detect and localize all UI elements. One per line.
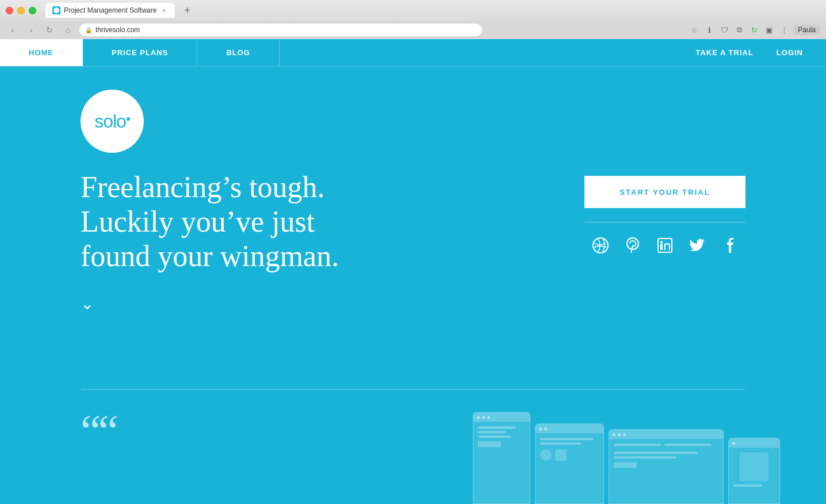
mockup-line bbox=[478, 426, 516, 429]
browser-titlebar: Project Management Software ✕ + bbox=[0, 0, 826, 21]
mockup-line bbox=[614, 452, 698, 454]
mockup-dot bbox=[623, 433, 626, 436]
main-nav: HOME PRICE PLANS BLOG TAKE A TRIAL LOGIN bbox=[0, 39, 826, 67]
mockup-dot bbox=[544, 428, 547, 430]
mockup-dot bbox=[477, 416, 480, 419]
nav-blog[interactable]: BLOG bbox=[197, 39, 280, 66]
traffic-lights bbox=[6, 7, 36, 14]
mockup-content-4 bbox=[729, 448, 779, 494]
lock-icon: 🔒 bbox=[85, 27, 92, 33]
section-divider bbox=[81, 389, 745, 390]
nav-home[interactable]: HOME bbox=[0, 39, 83, 66]
url-text: thrivesolo.com bbox=[95, 26, 140, 34]
fullscreen-button[interactable] bbox=[29, 7, 36, 14]
facebook-icon[interactable] bbox=[720, 236, 739, 255]
twitter-icon[interactable] bbox=[688, 236, 706, 255]
mockup-line bbox=[664, 444, 712, 446]
mockup-window-3 bbox=[609, 429, 724, 504]
mockup-content-2 bbox=[536, 433, 603, 465]
layers-icon[interactable]: ⧉ bbox=[733, 24, 745, 36]
close-button[interactable] bbox=[6, 7, 13, 14]
mockup-dot bbox=[487, 416, 490, 419]
mockup-dot bbox=[618, 433, 621, 436]
mockup-titlebar-3 bbox=[609, 430, 723, 439]
mockup-circle bbox=[540, 449, 552, 461]
logo-text: solo bbox=[94, 111, 130, 132]
tab-close-button[interactable]: ✕ bbox=[160, 6, 168, 14]
website: HOME PRICE PLANS BLOG TAKE A TRIAL LOGIN… bbox=[0, 39, 826, 504]
mockup-line bbox=[478, 431, 506, 433]
mockup-dot bbox=[613, 433, 615, 436]
bottom-section: ““ bbox=[0, 389, 826, 504]
address-bar[interactable]: 🔒 thrivesolo.com bbox=[79, 24, 482, 36]
hero-content: Freelancing’s tough.Luckily you’ve justf… bbox=[81, 170, 745, 312]
refresh-button[interactable]: ↻ bbox=[43, 23, 56, 37]
start-trial-button[interactable]: START YOUR TRIAL bbox=[584, 176, 745, 208]
app-preview bbox=[473, 412, 780, 504]
mockup-line bbox=[733, 484, 762, 487]
mockup-image bbox=[740, 452, 768, 481]
mockup-titlebar-2 bbox=[536, 424, 603, 433]
mockup-titlebar-1 bbox=[473, 413, 530, 422]
mockup-btn bbox=[478, 441, 501, 447]
back-button[interactable]: ‹ bbox=[6, 23, 20, 37]
minimize-button[interactable] bbox=[17, 7, 25, 14]
cast-icon[interactable]: ▣ bbox=[763, 24, 775, 36]
forward-button[interactable]: › bbox=[24, 23, 38, 37]
mockup-content-1 bbox=[473, 422, 530, 452]
browser-tab[interactable]: Project Management Software ✕ bbox=[45, 3, 175, 18]
hero-text-block: Freelancing’s tough.Luckily you’ve justf… bbox=[81, 170, 339, 312]
mockup-window-2 bbox=[535, 424, 604, 504]
menu-icon[interactable]: ⋮ bbox=[778, 24, 790, 36]
browser-chrome: Project Management Software ✕ + ‹ › ↻ ⌂ … bbox=[0, 0, 826, 39]
mockup-titlebar-4 bbox=[729, 438, 779, 448]
sync-icon[interactable]: ↻ bbox=[748, 24, 760, 36]
browser-toolbar: ‹ › ↻ ⌂ 🔒 thrivesolo.com ☆ ℹ 🛡 ⧉ ↻ ▣ ⋮ P… bbox=[0, 21, 826, 39]
mockup-line bbox=[478, 436, 511, 438]
linkedin-icon[interactable] bbox=[656, 236, 674, 255]
mockup-line bbox=[614, 456, 676, 459]
mockup-dot bbox=[732, 442, 735, 445]
nav-take-a-trial[interactable]: TAKE A TRIAL bbox=[695, 48, 753, 57]
user-profile[interactable]: Paula bbox=[793, 25, 820, 35]
social-icons bbox=[591, 236, 739, 255]
hero-section: solo Freelancing’s tough.Luckily you’ve … bbox=[0, 67, 826, 389]
home-button[interactable]: ⌂ bbox=[61, 23, 75, 37]
mockup-line bbox=[614, 444, 661, 446]
mockup-dot bbox=[482, 416, 485, 419]
mockup-dot bbox=[539, 428, 542, 430]
svg-point-1 bbox=[593, 238, 608, 253]
mockup-line bbox=[540, 438, 593, 440]
dribbble-icon[interactable] bbox=[591, 236, 610, 255]
mockup-window-1 bbox=[473, 412, 530, 504]
nav-login[interactable]: LOGIN bbox=[777, 48, 803, 57]
nav-price-plans[interactable]: PRICE PLANS bbox=[83, 39, 197, 66]
hero-headline: Freelancing’s tough.Luckily you’ve justf… bbox=[81, 170, 339, 273]
social-divider bbox=[584, 222, 745, 222]
logo: solo bbox=[81, 90, 144, 153]
logo-dot bbox=[127, 117, 130, 121]
new-tab-button[interactable]: + bbox=[179, 3, 194, 18]
svg-point-6 bbox=[660, 241, 663, 243]
mockup-content-3 bbox=[609, 439, 723, 472]
nav-right: TAKE A TRIAL LOGIN bbox=[695, 39, 826, 66]
mockup-square bbox=[555, 449, 567, 461]
pinterest-icon[interactable] bbox=[624, 236, 642, 255]
mockup-btn bbox=[614, 462, 637, 468]
svg-rect-5 bbox=[660, 244, 663, 250]
tab-title: Project Management Software bbox=[64, 6, 156, 14]
bookmark-icon[interactable]: ☆ bbox=[689, 24, 700, 36]
svg-point-0 bbox=[53, 7, 59, 13]
mockup-line bbox=[540, 443, 581, 445]
hero-right: START YOUR TRIAL bbox=[584, 170, 745, 255]
shield-icon[interactable]: 🛡 bbox=[718, 24, 730, 36]
tab-favicon bbox=[52, 6, 60, 14]
toolbar-icons: ☆ ℹ 🛡 ⧉ ↻ ▣ ⋮ Paula bbox=[689, 24, 820, 36]
mockup-window-4 bbox=[728, 438, 780, 504]
scroll-down-chevron[interactable]: ⌄ bbox=[81, 296, 339, 312]
reader-icon[interactable]: ℹ bbox=[703, 24, 715, 36]
